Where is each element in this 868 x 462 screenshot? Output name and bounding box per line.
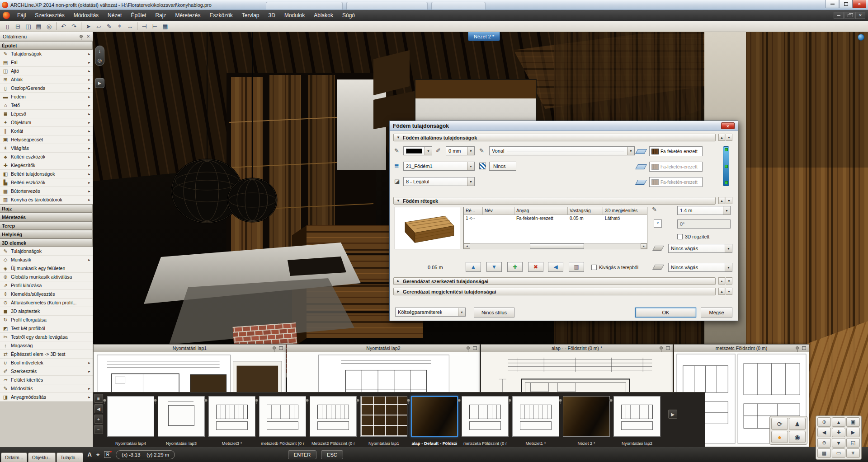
- reference-height-select[interactable]: 1.4 m ▼: [677, 206, 731, 215]
- compass-icon[interactable]: ⌖: [114, 22, 125, 31]
- reference-point-icon[interactable]: R: [104, 451, 111, 458]
- open-folder-icon[interactable]: ⊟: [13, 22, 23, 31]
- drawing-thumbnail[interactable]: Metszet2 Földszint (0 r: [308, 393, 358, 447]
- select-icon[interactable]: ➤: [83, 22, 94, 31]
- sidebar-entry[interactable]: ◧ Beltéri tulajdonságok ►: [0, 170, 93, 178]
- hatch-button[interactable]: Nincs: [489, 162, 516, 171]
- menu-item[interactable]: Rajz: [151, 10, 170, 21]
- panel-tab[interactable]: Objektu...: [28, 453, 56, 462]
- fixed-3d-checkbox[interactable]: 3D rögzített: [677, 234, 709, 239]
- tracking-icon[interactable]: ⌖: [96, 451, 99, 458]
- pin-icon[interactable]: [407, 399, 410, 402]
- pan-down-icon[interactable]: ▼: [832, 438, 845, 448]
- cost-parameters-select[interactable]: Költségparaméterek ▼: [395, 308, 466, 317]
- zoom-in-icon[interactable]: ⊕: [817, 417, 831, 427]
- edit-layer-icon[interactable]: ✎: [652, 206, 657, 213]
- sidebar-entry[interactable]: Rajz ►: [0, 204, 93, 213]
- drawing-thumbnail[interactable]: metszetb Földszint (0 r: [258, 393, 307, 447]
- sidebar-entry[interactable]: 3D elemek ►: [0, 238, 93, 247]
- sidebar-entry[interactable]: ↻ Profil elforgatása ►: [0, 316, 93, 324]
- menu-item[interactable]: Fájl: [13, 10, 30, 21]
- window-title-bar[interactable]: Nyomtatási lap2: [287, 345, 480, 352]
- sun-icon[interactable]: ☀: [846, 448, 860, 458]
- erase-icon[interactable]: ▱: [94, 22, 104, 31]
- sidebar-entry[interactable]: ⊕ Globális munkasík aktiválása ►: [0, 273, 93, 281]
- sidebar-entry[interactable]: Terep ►: [0, 221, 93, 230]
- pen-color-select[interactable]: ▼: [403, 146, 432, 155]
- section-scroll-up-button[interactable]: ▲: [718, 134, 725, 141]
- pin-icon[interactable]: [255, 399, 258, 402]
- column-header[interactable]: Vastagság: [568, 207, 603, 215]
- drawing-thumbnail[interactable]: alap - Default - Földszi: [410, 393, 459, 447]
- pan-right-icon[interactable]: ▶: [846, 428, 860, 437]
- eye-icon[interactable]: ◉: [789, 431, 806, 443]
- terrain-cut-checkbox[interactable]: Kivágás a terepből: [591, 265, 638, 270]
- drawing-thumbnail[interactable]: Nyomtatási lap3: [156, 393, 206, 447]
- sidebar-entry[interactable]: ✐ Szerkesztés ►: [0, 367, 93, 376]
- section-general-header[interactable]: ▼ Födém általános tulajdonságok: [393, 134, 716, 141]
- grid-icon[interactable]: ▦: [817, 448, 831, 458]
- window-title-bar[interactable]: metszetc Földszint (0 m): [674, 345, 809, 352]
- draw-order-select[interactable]: 8 - Legalul ▼: [403, 177, 475, 186]
- lamp-icon[interactable]: ●: [771, 431, 788, 443]
- sidebar-entry[interactable]: ◫ Ajtó ►: [0, 67, 93, 75]
- sidebar-entry[interactable]: ✎ Tulajdonságok ►: [0, 247, 93, 256]
- pin-icon[interactable]: [204, 399, 208, 402]
- drawing-thumbnail[interactable]: Nyomtatási lap1: [359, 393, 409, 447]
- sidebar-entry[interactable]: ♣ Kültéri eszközök ►: [0, 153, 93, 161]
- section-scroll-down-button[interactable]: ▼: [726, 197, 732, 204]
- sidebar-entry[interactable]: ✚ Kiegészítők ►: [0, 161, 93, 170]
- mdi-close-button[interactable]: [855, 12, 865, 19]
- sidebar-entry[interactable]: ⊞ Ablak ►: [0, 75, 93, 84]
- pan-up-icon[interactable]: ▲: [832, 417, 845, 427]
- sidebar-entry[interactable]: ▙ Beltéri eszközök ►: [0, 178, 93, 187]
- angle-field[interactable]: 0°: [677, 219, 731, 229]
- menu-item[interactable]: Méretezés: [170, 10, 205, 21]
- sidebar-entry[interactable]: ◨ Anyagmódosítás ►: [0, 393, 93, 401]
- column-header[interactable]: Ré...: [464, 207, 483, 215]
- zoom-in-strip-icon[interactable]: +: [94, 415, 103, 424]
- sidebar-entry[interactable]: ◼ 3D alaptestek ►: [0, 307, 93, 316]
- maximize-icon[interactable]: [473, 346, 477, 350]
- menu-item[interactable]: Modulok: [280, 10, 309, 21]
- add-layer-button[interactable]: ✚: [507, 262, 523, 272]
- section-beam-display-header[interactable]: ► Gerendázat megjelenítési tulajdonságai: [393, 288, 716, 295]
- drawing-thumbnail[interactable]: Metszet1 *: [511, 393, 561, 447]
- pin-icon[interactable]: [306, 399, 309, 402]
- redo-icon[interactable]: ↷: [69, 22, 79, 31]
- sidebar-entry[interactable]: ◇ Munkasík ►: [0, 256, 93, 264]
- pin-icon[interactable]: [458, 399, 461, 402]
- section-beam-structural-header[interactable]: ► Gerendázat szerkezeti tulajdonságai: [393, 277, 716, 285]
- menu-item[interactable]: Nézet: [103, 10, 126, 21]
- sep[interactable]: [137, 22, 137, 30]
- cut-bottom-select[interactable]: Nincs vágás ▼: [668, 263, 732, 272]
- pin-icon[interactable]: [103, 399, 106, 402]
- list-menu-icon[interactable]: ≡: [94, 394, 103, 403]
- minimize-button[interactable]: [826, 0, 839, 8]
- mdi-restore-button[interactable]: [844, 12, 854, 19]
- new-document-icon[interactable]: ▯: [2, 22, 13, 31]
- column-header[interactable]: Név: [483, 207, 514, 215]
- sep[interactable]: [81, 22, 81, 30]
- section-scroll-down-button[interactable]: ▼: [726, 288, 732, 295]
- sidebar-entry[interactable]: ↕ Magasság ►: [0, 341, 93, 350]
- pin-icon[interactable]: [609, 399, 613, 402]
- sidebar-entry[interactable]: ⌂ Tető ►: [0, 101, 93, 110]
- pin-icon[interactable]: [559, 399, 562, 402]
- pin-icon[interactable]: [356, 399, 359, 402]
- scroll-left-icon[interactable]: ◀: [94, 404, 103, 413]
- sidebar-entry[interactable]: ☀ Világítás ►: [0, 144, 93, 153]
- maximize-icon[interactable]: [279, 346, 283, 350]
- pen-icon[interactable]: ✎: [104, 22, 114, 31]
- sidebar-entry[interactable]: Helyiség ►: [0, 230, 93, 238]
- pan-icon[interactable]: ✚: [832, 428, 845, 437]
- grid-icon[interactable]: ▦: [160, 22, 170, 31]
- scroll-left-icon[interactable]: ◄: [464, 243, 470, 249]
- help-badge-icon[interactable]: [858, 34, 864, 41]
- menu-item[interactable]: Módosítás: [69, 10, 103, 21]
- pan-left-icon[interactable]: ◀: [817, 428, 831, 437]
- section-layers-header[interactable]: ▼ Födém rétegek: [393, 197, 716, 205]
- column-header[interactable]: Anyag: [514, 207, 568, 215]
- sidebar-entry[interactable]: ∥ Korlát ►: [0, 127, 93, 135]
- menu-item[interactable]: Eszközök: [205, 10, 237, 21]
